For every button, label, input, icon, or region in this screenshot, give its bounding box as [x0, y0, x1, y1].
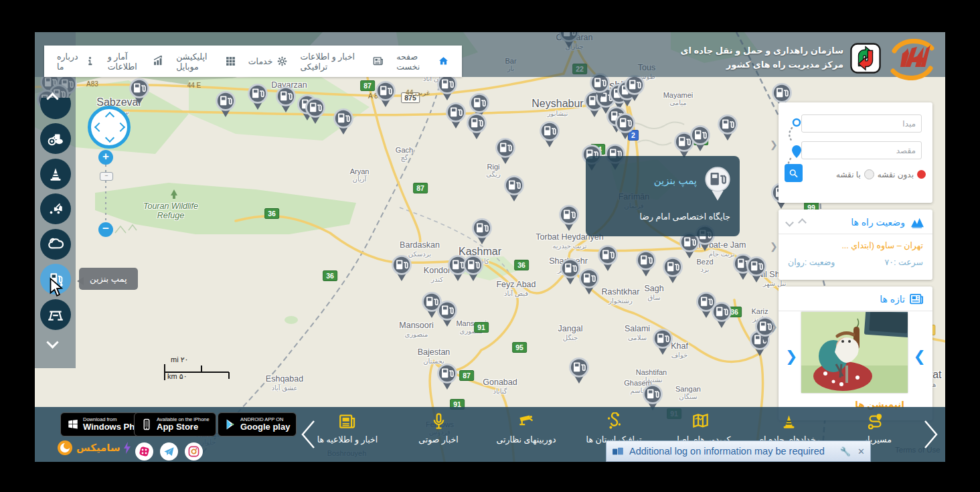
origin-input[interactable] — [801, 114, 922, 133]
road-org-logo[interactable] — [850, 43, 881, 74]
toolbar-item-tow-truck[interactable] — [40, 193, 71, 224]
nav-item-label: درباره ما — [57, 52, 80, 72]
with-map-radio[interactable] — [864, 169, 874, 179]
gas-station-marker[interactable] — [390, 254, 413, 282]
gas-station-marker[interactable] — [558, 204, 580, 232]
toolbar-scroll-up[interactable] — [48, 94, 58, 103]
gas-station-marker[interactable] — [578, 268, 600, 295]
gas-station-marker[interactable] — [246, 83, 269, 110]
zoom-out-button[interactable]: − — [98, 222, 113, 237]
nav-item-news[interactable]: اخبار و اطلاعات ترافیکی — [300, 52, 384, 72]
gas-station-marker[interactable] — [596, 244, 619, 272]
news-next-arrow[interactable]: ❯ — [914, 348, 926, 365]
gas-station-marker[interactable] — [661, 256, 684, 284]
gas-station-marker[interactable] — [128, 78, 151, 105]
gas-station-marker[interactable] — [436, 74, 459, 101]
gas-station-marker[interactable] — [274, 86, 297, 113]
status-next-chevron[interactable] — [785, 218, 794, 227]
station-popup-subtitle: جایگاه اختصاصی امام رضا — [639, 212, 730, 222]
bottom-menu-cone[interactable]: رخدادهای جاده ای — [745, 412, 832, 444]
gas-station-marker[interactable] — [214, 90, 237, 118]
nav-item-home[interactable]: صفحه نخست — [396, 52, 449, 72]
news-prev-arrow[interactable]: ❮ — [785, 348, 797, 365]
bottom-menu-cctv[interactable]: دوربینهای نظارتی — [483, 412, 570, 444]
nav-item-chart[interactable]: آمار و اطلاعات — [108, 52, 164, 72]
nav-item-gear[interactable]: خدمات — [248, 56, 289, 67]
pan-down-icon[interactable] — [105, 133, 114, 143]
notification-close-icon[interactable]: ✕ — [858, 446, 865, 457]
badge-app-store[interactable]: Available on the iPhone App Store — [134, 412, 216, 436]
nav-item-info[interactable]: درباره ما — [57, 52, 96, 72]
bottom-menu-mapfold[interactable]: کریدور های اصلی — [657, 412, 744, 444]
social-aparat-icon[interactable] — [135, 442, 153, 461]
status-prev-chevron[interactable] — [798, 218, 807, 227]
gas-station-marker[interactable] — [538, 120, 561, 148]
zoom-in-button[interactable]: + — [98, 150, 113, 165]
search-icon — [789, 168, 799, 179]
nav-item-grid[interactable]: اپلیکیشن موبایل — [176, 52, 236, 72]
bottom-carousel-prev[interactable] — [299, 419, 317, 450]
bottom-menu-mic[interactable]: اخبار صوتی — [395, 412, 482, 444]
zoom-slider-track[interactable] — [105, 159, 106, 228]
pan-right-icon[interactable] — [116, 122, 125, 132]
routing-panel: بدون نقشه با نقشه — [779, 102, 932, 203]
station-popup[interactable]: پمپ بنزین جایگاه اختصاصی امام رضا — [586, 156, 740, 236]
gas-station-marker[interactable] — [462, 254, 485, 282]
gas-station-marker[interactable] — [745, 256, 768, 283]
gas-station-marker[interactable] — [689, 125, 712, 152]
bottom-menu-newsbig[interactable]: اخبار و اطلاعیه ها — [304, 412, 391, 444]
map-pan-control[interactable] — [88, 106, 131, 149]
pan-up-icon[interactable] — [105, 112, 114, 121]
gas-station-marker[interactable] — [623, 74, 646, 102]
toolbar-item-traffic-cone[interactable] — [40, 159, 71, 189]
samix-bolt-icon — [124, 442, 131, 454]
gas-station-marker[interactable] — [710, 301, 733, 329]
gas-station-marker[interactable] — [332, 108, 355, 135]
toolbar-item-road-roller[interactable] — [40, 123, 71, 154]
toolbar-scroll-down[interactable] — [48, 337, 58, 347]
news-panel-title: تازه ها — [880, 294, 905, 305]
bottom-menu-sroute[interactable]: ترافیک استان ها — [570, 412, 657, 444]
gas-station-marker[interactable] — [614, 112, 637, 140]
destination-input[interactable] — [801, 141, 922, 159]
gas-station-marker[interactable] — [374, 80, 397, 108]
social-telegram-icon[interactable] — [160, 442, 178, 461]
pan-left-icon[interactable] — [94, 122, 104, 132]
news-carousel-image[interactable] — [801, 312, 908, 393]
bottom-menu-route[interactable]: مسیریابی — [831, 412, 918, 444]
toolbar-item-rest-area[interactable] — [40, 299, 71, 330]
gas-station-marker[interactable] — [465, 112, 488, 140]
gas-station-marker[interactable] — [635, 250, 657, 277]
apple-icon — [141, 418, 153, 430]
road-name-label: غربي 44 — [406, 89, 430, 96]
gas-station-marker[interactable] — [436, 300, 459, 327]
map-label-mansoori: Mansooriمنصوری — [399, 321, 433, 338]
toolbar-item-weather[interactable] — [40, 229, 71, 260]
gas-station-marker[interactable] — [503, 175, 525, 202]
social-instagram-icon[interactable] — [185, 442, 203, 461]
gas-station-marker[interactable] — [304, 97, 327, 125]
news-panel-icon — [910, 293, 924, 305]
gas-station-marker[interactable] — [471, 218, 493, 245]
nav-item-label: اپلیکیشن موبایل — [176, 52, 221, 72]
bottom-carousel-next[interactable] — [922, 419, 940, 450]
gas-station-marker[interactable] — [444, 102, 467, 129]
status-panel-collapse-chevron[interactable]: ❯ — [770, 241, 778, 252]
status-route-name[interactable]: تهران – ساوه (ابتداي ... — [779, 234, 932, 252]
gas-station-marker[interactable] — [651, 328, 674, 355]
gas-station-marker[interactable] — [568, 357, 590, 384]
without-map-radio[interactable] — [917, 170, 926, 179]
routing-panel-collapse-chevron[interactable]: ❯ — [770, 139, 778, 150]
gas-station-marker[interactable] — [716, 114, 739, 141]
browser-notification-bar[interactable]: Additional log on information may be req… — [606, 440, 871, 462]
gas-station-marker[interactable] — [494, 137, 517, 165]
notification-settings-icon[interactable]: 🔧 — [840, 446, 851, 457]
map-label-sangan: Sanganسنگان — [675, 385, 701, 400]
gas-station-marker[interactable] — [436, 363, 459, 390]
141-logo[interactable] — [888, 39, 937, 80]
route-search-button[interactable] — [785, 164, 803, 182]
news-panel-collapse-chevron[interactable]: ❯ — [770, 321, 778, 332]
zoom-slider-handle[interactable]: − — [100, 172, 113, 181]
samix-logo[interactable]: سامیکس — [57, 440, 131, 456]
badge-google-play[interactable]: ANDROID APP ON Google play — [218, 412, 297, 436]
